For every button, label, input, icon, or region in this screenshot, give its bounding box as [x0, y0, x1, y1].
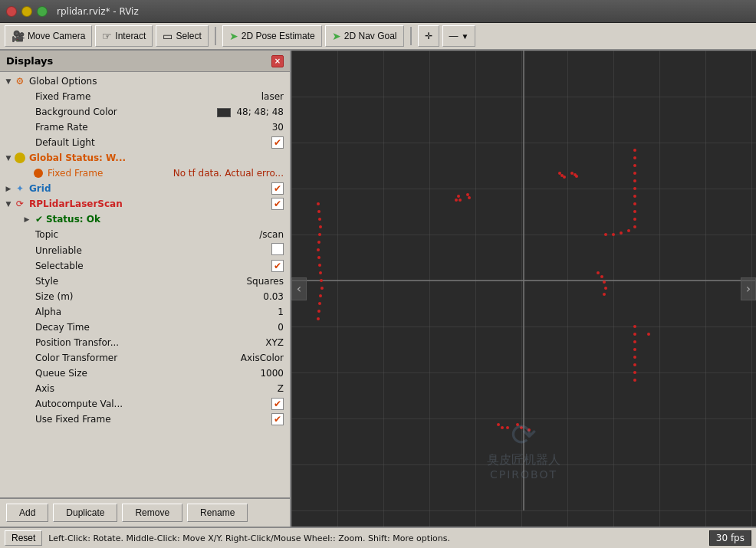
expand-arrow-global[interactable]: ▼ [3, 76, 14, 87]
color-transform-row[interactable]: Color Transformer AxisColor [0, 350, 290, 366]
lidar-icon: ⟳ [14, 198, 26, 210]
unreliable-checkbox[interactable] [271, 243, 284, 255]
main-area: Displays × ▼ ⚙ Global Options Fixed Fram… [0, 51, 756, 527]
grid-icon: ✦ [14, 182, 26, 195]
reset-button[interactable]: Reset [5, 530, 42, 546]
bg-color-row[interactable]: Background Color 48; 48; 48 [0, 104, 290, 120]
window-title: rplidar.rviz* - RViz [57, 6, 139, 17]
viewport[interactable]: ‹ › ⟳ 臭皮匠机器人 CPIROBOT [291, 51, 756, 527]
expand-arrow-grid[interactable]: ▶ [3, 183, 14, 194]
alpha-row[interactable]: Alpha 1 [0, 304, 290, 320]
add-button[interactable]: Add [6, 504, 48, 522]
selectable-checkbox[interactable]: ✔ [271, 260, 284, 272]
color-swatch[interactable] [217, 108, 231, 117]
displays-header: Displays × [0, 51, 290, 72]
rename-button[interactable]: Rename [187, 504, 248, 522]
close-button[interactable] [6, 6, 17, 17]
viewport-arrow-right[interactable]: › [741, 277, 756, 300]
left-panel: Displays × ▼ ⚙ Global Options Fixed Fram… [0, 51, 291, 527]
cross-button[interactable]: ✛ [418, 25, 439, 47]
statusbar-text: Left-Click: Rotate. Middle-Click: Move X… [48, 533, 708, 543]
bottom-buttons: Add Duplicate Remove Rename [0, 497, 290, 527]
selectable-row[interactable]: Selectable ✔ [0, 258, 290, 274]
use-fixed-row[interactable]: Use Fixed Frame ✔ [0, 412, 290, 427]
status-icon [14, 152, 26, 164]
autocompute-checkbox[interactable]: ✔ [271, 398, 284, 410]
displays-title: Displays [6, 55, 53, 67]
status-sub-icon [32, 167, 44, 179]
pose-icon: ➤ [229, 30, 238, 42]
nav-icon: ➤ [332, 30, 341, 42]
global-options-row[interactable]: ▼ ⚙ Global Options [0, 74, 290, 89]
viewport-arrow-left[interactable]: ‹ [291, 277, 307, 300]
pose-estimate-button[interactable]: ➤ 2D Pose Estimate [222, 25, 322, 47]
toolbar-separator-1 [215, 27, 216, 45]
expand-arrow-status-ok[interactable]: ▶ [21, 214, 32, 225]
nav-goal-button[interactable]: ➤ 2D Nav Goal [325, 25, 404, 47]
decay-row[interactable]: Decay Time 0 [0, 320, 290, 335]
default-light-row[interactable]: Default Light ✔ [0, 135, 290, 150]
titlebar: rplidar.rviz* - RViz [0, 0, 756, 23]
topic-row[interactable]: Topic /scan [0, 227, 290, 242]
default-light-checkbox[interactable]: ✔ [271, 136, 284, 149]
grid-row[interactable]: ▶ ✦ Grid ✔ [0, 181, 290, 196]
minimize-button[interactable] [21, 6, 32, 17]
expand-arrow-lidar[interactable]: ▼ [3, 199, 14, 209]
toolbar: 🎥 Move Camera ☞ Interact ▭ Select ➤ 2D P… [0, 23, 756, 51]
grid-canvas [291, 51, 756, 527]
tree-area[interactable]: ▼ ⚙ Global Options Fixed Frame laser Bac… [0, 72, 290, 497]
use-fixed-checkbox[interactable]: ✔ [271, 413, 284, 425]
fixed-frame-row1[interactable]: Fixed Frame laser [0, 89, 290, 104]
dropdown-arrow: ▼ [462, 32, 469, 41]
select-icon: ▭ [163, 30, 173, 42]
unreliable-row[interactable]: Unreliable [0, 242, 290, 258]
lidar-checkbox[interactable]: ✔ [271, 198, 284, 210]
grid-checkbox[interactable]: ✔ [271, 182, 284, 195]
move-camera-button[interactable]: 🎥 Move Camera [5, 25, 92, 47]
camera-icon: 🎥 [12, 30, 25, 42]
frame-rate-row[interactable]: Frame Rate 30 [0, 120, 290, 135]
select-button[interactable]: ▭ Select [156, 25, 208, 47]
displays-close-button[interactable]: × [271, 55, 284, 67]
fixed-frame-status-row[interactable]: Fixed Frame No tf data. Actual erro... [0, 166, 290, 181]
duplicate-button[interactable]: Duplicate [53, 504, 117, 522]
global-status-row[interactable]: ▼ Global Status: W... [0, 150, 290, 166]
axis-row[interactable]: Axis Z [0, 381, 290, 396]
pos-transform-row[interactable]: Position Transfor... XYZ [0, 335, 290, 350]
fps-display: 30 fps [709, 530, 751, 546]
interact-button[interactable]: ☞ Interact [95, 25, 153, 47]
maximize-button[interactable] [37, 6, 48, 17]
statusbar: Reset Left-Click: Rotate. Middle-Click: … [0, 527, 756, 548]
toolbar-separator-2 [410, 27, 412, 45]
style-row[interactable]: Style Squares [0, 274, 290, 289]
hand-icon: ☞ [102, 30, 112, 42]
gear-icon: ⚙ [14, 75, 26, 87]
autocompute-row[interactable]: Autocompute Val... ✔ [0, 396, 290, 412]
status-ok-row[interactable]: ▶ ✔ Status: Ok [0, 212, 290, 227]
queue-size-row[interactable]: Queue Size 1000 [0, 366, 290, 381]
expand-arrow-status[interactable]: ▼ [3, 153, 14, 163]
rp-lidar-row[interactable]: ▼ ⟳ RPLidarLaserScan ✔ [0, 196, 290, 212]
dash-button[interactable]: — ▼ [442, 25, 476, 47]
size-row[interactable]: Size (m) 0.03 [0, 289, 290, 304]
remove-button[interactable]: Remove [122, 504, 182, 522]
